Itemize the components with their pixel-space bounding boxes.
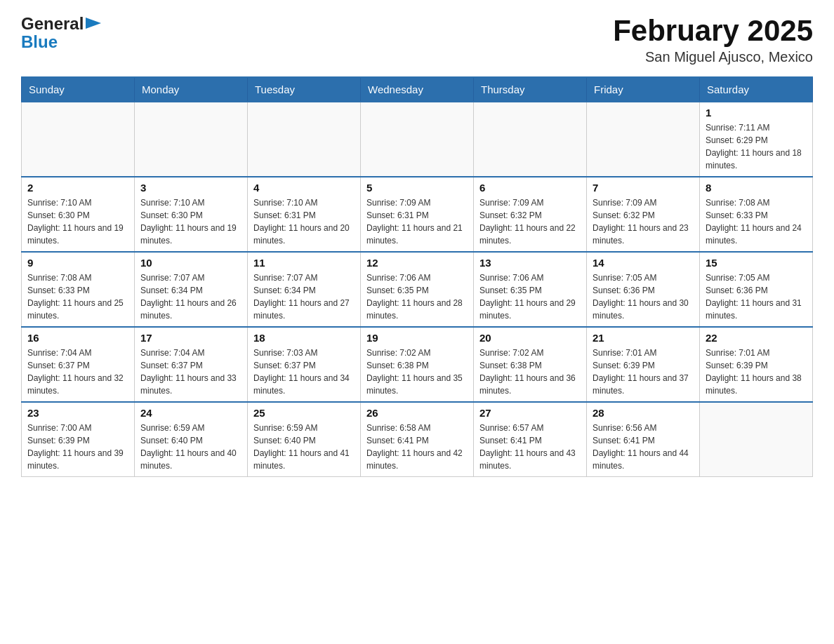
table-row: 7Sunrise: 7:09 AMSunset: 6:32 PMDaylight…	[587, 177, 700, 252]
day-info: Sunrise: 7:05 AMSunset: 6:36 PMDaylight:…	[593, 271, 694, 322]
day-number: 8	[706, 182, 807, 194]
day-info: Sunrise: 7:04 AMSunset: 6:37 PMDaylight:…	[140, 347, 241, 397]
day-number: 16	[27, 332, 128, 344]
day-number: 18	[253, 332, 355, 344]
day-number: 26	[366, 407, 468, 419]
table-row: 22Sunrise: 7:01 AMSunset: 6:39 PMDayligh…	[700, 327, 813, 402]
table-row: 16Sunrise: 7:04 AMSunset: 6:37 PMDayligh…	[22, 327, 135, 402]
calendar-week-row: 2Sunrise: 7:10 AMSunset: 6:30 PMDaylight…	[22, 177, 813, 252]
table-row: 24Sunrise: 6:59 AMSunset: 6:40 PMDayligh…	[135, 402, 248, 477]
day-number: 4	[253, 182, 355, 194]
title-area: February 2025 San Miguel Ajusco, Mexico	[613, 14, 813, 65]
month-title: February 2025	[613, 14, 813, 48]
day-number: 7	[593, 182, 694, 194]
day-info: Sunrise: 6:59 AMSunset: 6:40 PMDaylight:…	[253, 422, 355, 472]
day-info: Sunrise: 7:10 AMSunset: 6:30 PMDaylight:…	[140, 196, 241, 247]
logo-blue-text: Blue	[21, 34, 101, 51]
table-row: 11Sunrise: 7:07 AMSunset: 6:34 PMDayligh…	[248, 252, 361, 327]
calendar-week-row: 9Sunrise: 7:08 AMSunset: 6:33 PMDaylight…	[22, 252, 813, 327]
table-row: 9Sunrise: 7:08 AMSunset: 6:33 PMDaylight…	[22, 252, 135, 327]
day-number: 24	[140, 407, 241, 419]
table-row	[700, 402, 813, 477]
calendar-week-row: 16Sunrise: 7:04 AMSunset: 6:37 PMDayligh…	[22, 327, 813, 402]
day-info: Sunrise: 7:09 AMSunset: 6:31 PMDaylight:…	[366, 196, 468, 247]
day-info: Sunrise: 7:08 AMSunset: 6:33 PMDaylight:…	[706, 196, 807, 247]
col-header-monday: Monday	[135, 77, 248, 102]
day-number: 28	[593, 407, 694, 419]
logo: General Blue	[21, 14, 101, 51]
day-info: Sunrise: 6:56 AMSunset: 6:41 PMDaylight:…	[593, 422, 694, 472]
day-info: Sunrise: 7:02 AMSunset: 6:38 PMDaylight:…	[479, 347, 581, 397]
day-info: Sunrise: 7:09 AMSunset: 6:32 PMDaylight:…	[593, 196, 694, 247]
col-header-wednesday: Wednesday	[361, 77, 474, 102]
day-number: 2	[27, 182, 128, 194]
table-row: 6Sunrise: 7:09 AMSunset: 6:32 PMDaylight…	[474, 177, 587, 252]
calendar-week-row: 1Sunrise: 7:11 AMSunset: 6:29 PMDaylight…	[22, 102, 813, 177]
day-number: 10	[140, 257, 241, 269]
table-row	[474, 102, 587, 177]
col-header-saturday: Saturday	[700, 77, 813, 102]
day-number: 1	[706, 107, 807, 119]
day-info: Sunrise: 7:00 AMSunset: 6:39 PMDaylight:…	[27, 422, 128, 472]
day-number: 14	[593, 257, 694, 269]
day-number: 12	[366, 257, 468, 269]
day-info: Sunrise: 7:11 AMSunset: 6:29 PMDaylight:…	[706, 121, 807, 172]
day-number: 13	[479, 257, 581, 269]
col-header-thursday: Thursday	[474, 77, 587, 102]
day-info: Sunrise: 7:07 AMSunset: 6:34 PMDaylight:…	[253, 271, 355, 322]
day-info: Sunrise: 7:06 AMSunset: 6:35 PMDaylight:…	[366, 271, 468, 322]
table-row	[22, 102, 135, 177]
calendar-week-row: 23Sunrise: 7:00 AMSunset: 6:39 PMDayligh…	[22, 402, 813, 477]
day-info: Sunrise: 7:01 AMSunset: 6:39 PMDaylight:…	[706, 347, 807, 397]
day-info: Sunrise: 7:10 AMSunset: 6:31 PMDaylight:…	[253, 196, 355, 247]
day-number: 5	[366, 182, 468, 194]
table-row: 13Sunrise: 7:06 AMSunset: 6:35 PMDayligh…	[474, 252, 587, 327]
col-header-friday: Friday	[587, 77, 700, 102]
table-row: 23Sunrise: 7:00 AMSunset: 6:39 PMDayligh…	[22, 402, 135, 477]
table-row	[135, 102, 248, 177]
table-row: 21Sunrise: 7:01 AMSunset: 6:39 PMDayligh…	[587, 327, 700, 402]
day-number: 11	[253, 257, 355, 269]
table-row: 2Sunrise: 7:10 AMSunset: 6:30 PMDaylight…	[22, 177, 135, 252]
day-info: Sunrise: 7:05 AMSunset: 6:36 PMDaylight:…	[706, 271, 807, 322]
page-header: General Blue February 2025 San Miguel Aj…	[21, 14, 813, 65]
day-number: 20	[479, 332, 581, 344]
day-info: Sunrise: 7:10 AMSunset: 6:30 PMDaylight:…	[27, 196, 128, 247]
col-header-tuesday: Tuesday	[248, 77, 361, 102]
day-info: Sunrise: 7:09 AMSunset: 6:32 PMDaylight:…	[479, 196, 581, 247]
table-row: 25Sunrise: 6:59 AMSunset: 6:40 PMDayligh…	[248, 402, 361, 477]
day-number: 6	[479, 182, 581, 194]
svg-marker-0	[86, 18, 101, 29]
day-number: 9	[27, 257, 128, 269]
day-info: Sunrise: 7:07 AMSunset: 6:34 PMDaylight:…	[140, 271, 241, 322]
day-number: 25	[253, 407, 355, 419]
table-row: 19Sunrise: 7:02 AMSunset: 6:38 PMDayligh…	[361, 327, 474, 402]
day-info: Sunrise: 6:58 AMSunset: 6:41 PMDaylight:…	[366, 422, 468, 472]
table-row	[248, 102, 361, 177]
day-number: 17	[140, 332, 241, 344]
day-info: Sunrise: 7:06 AMSunset: 6:35 PMDaylight:…	[479, 271, 581, 322]
day-info: Sunrise: 6:59 AMSunset: 6:40 PMDaylight:…	[140, 422, 241, 472]
table-row: 27Sunrise: 6:57 AMSunset: 6:41 PMDayligh…	[474, 402, 587, 477]
table-row: 20Sunrise: 7:02 AMSunset: 6:38 PMDayligh…	[474, 327, 587, 402]
day-info: Sunrise: 7:01 AMSunset: 6:39 PMDaylight:…	[593, 347, 694, 397]
day-number: 3	[140, 182, 241, 194]
table-row: 1Sunrise: 7:11 AMSunset: 6:29 PMDaylight…	[700, 102, 813, 177]
day-number: 15	[706, 257, 807, 269]
day-info: Sunrise: 7:08 AMSunset: 6:33 PMDaylight:…	[27, 271, 128, 322]
table-row: 3Sunrise: 7:10 AMSunset: 6:30 PMDaylight…	[135, 177, 248, 252]
day-number: 21	[593, 332, 694, 344]
table-row: 5Sunrise: 7:09 AMSunset: 6:31 PMDaylight…	[361, 177, 474, 252]
calendar-table: Sunday Monday Tuesday Wednesday Thursday…	[21, 76, 813, 477]
day-info: Sunrise: 7:03 AMSunset: 6:37 PMDaylight:…	[253, 347, 355, 397]
location-subtitle: San Miguel Ajusco, Mexico	[613, 49, 813, 65]
col-header-sunday: Sunday	[22, 77, 135, 102]
day-info: Sunrise: 6:57 AMSunset: 6:41 PMDaylight:…	[479, 422, 581, 472]
table-row: 28Sunrise: 6:56 AMSunset: 6:41 PMDayligh…	[587, 402, 700, 477]
calendar-header-row: Sunday Monday Tuesday Wednesday Thursday…	[22, 77, 813, 102]
table-row	[587, 102, 700, 177]
day-number: 19	[366, 332, 468, 344]
table-row: 15Sunrise: 7:05 AMSunset: 6:36 PMDayligh…	[700, 252, 813, 327]
table-row: 14Sunrise: 7:05 AMSunset: 6:36 PMDayligh…	[587, 252, 700, 327]
table-row	[361, 102, 474, 177]
